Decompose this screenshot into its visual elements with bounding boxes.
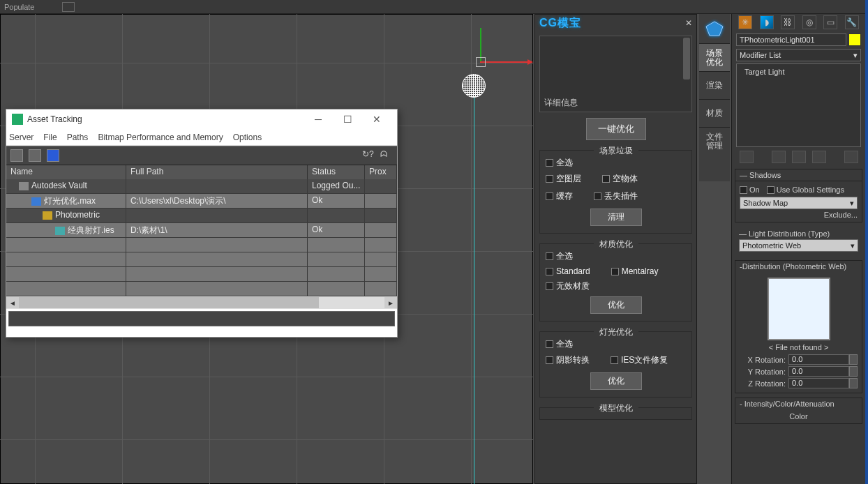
maximize-button[interactable]: ☐ bbox=[333, 112, 362, 127]
one-click-optimize-button[interactable]: 一键优化 bbox=[586, 118, 646, 140]
cg-logo: CG模宝 bbox=[539, 16, 581, 31]
mentalray-checkbox[interactable]: Mentalray bbox=[611, 266, 659, 276]
make-unique-icon[interactable] bbox=[792, 151, 806, 163]
tool-table-icon[interactable] bbox=[47, 149, 59, 162]
modify-tab-icon[interactable]: ◗ bbox=[760, 15, 774, 29]
cache-checkbox[interactable]: 缓存 bbox=[546, 190, 573, 202]
hierarchy-tab-icon[interactable]: ⛓ bbox=[781, 15, 795, 29]
select-all-checkbox[interactable]: 全选 bbox=[546, 157, 686, 169]
rollout-title[interactable]: - Intensity/Color/Attenuation bbox=[735, 398, 862, 409]
tab-scene-optimize[interactable]: 场景 优化 bbox=[699, 43, 730, 71]
shadow-convert-checkbox[interactable]: 阴影转换 bbox=[546, 354, 590, 366]
asset-tracking-menubar: Server File Paths Bitmap Performance and… bbox=[6, 129, 397, 146]
shadows-on-checkbox[interactable]: On bbox=[740, 186, 760, 194]
material-optimize-button[interactable]: 优化 bbox=[590, 296, 642, 314]
spinner-arrows-icon[interactable] bbox=[849, 378, 858, 388]
group-legend: 材质优化 bbox=[594, 239, 638, 250]
modifier-stack[interactable]: Target Light bbox=[736, 63, 861, 147]
group-legend: 模型优化 bbox=[594, 402, 638, 414]
stack-item[interactable]: Target Light bbox=[739, 66, 858, 77]
asset-tracking-window: Asset Tracking ─ ☐ ✕ Server File Paths B… bbox=[6, 109, 398, 338]
file-not-found-label[interactable]: < File not found > bbox=[740, 343, 858, 351]
scroll-thumb[interactable] bbox=[19, 297, 319, 308]
topbar-tool-icon[interactable] bbox=[62, 2, 75, 12]
menu-file[interactable]: File bbox=[43, 133, 57, 142]
photometric-light-icon[interactable] bbox=[462, 74, 486, 98]
horizontal-scrollbar[interactable]: ◄ ► bbox=[6, 296, 397, 309]
x-rotation-input[interactable]: 0.0 bbox=[788, 354, 849, 365]
use-global-checkbox[interactable]: Use Global Settings bbox=[767, 186, 844, 194]
row-name: 灯光优化.max bbox=[44, 196, 96, 206]
cg-info-box: 详细信息 bbox=[539, 36, 692, 112]
table-row[interactable]: 经典射灯.ies D:\素材\1\ Ok bbox=[6, 223, 397, 238]
row-name: Photometric bbox=[55, 210, 100, 220]
tab-render[interactable]: 渲染 bbox=[699, 71, 730, 99]
cg-close-button[interactable]: ✕ bbox=[685, 18, 692, 28]
motion-tab-icon[interactable]: ◎ bbox=[802, 15, 816, 29]
minimize-button[interactable]: ─ bbox=[304, 112, 333, 127]
empty-layers-checkbox[interactable]: 空图层 bbox=[546, 173, 581, 185]
shadow-type-dropdown[interactable]: Shadow Map▾ bbox=[740, 197, 858, 209]
modifier-list-dropdown[interactable]: Modifier List▾ bbox=[736, 49, 861, 61]
scroll-left-icon[interactable]: ◄ bbox=[6, 297, 19, 308]
standard-checkbox[interactable]: Standard bbox=[546, 266, 590, 276]
axis-gizmo-icon[interactable] bbox=[476, 57, 486, 67]
table-row[interactable]: Autodesk Vault Logged Ou... bbox=[6, 179, 397, 194]
pin-stack-icon[interactable] bbox=[740, 151, 754, 163]
rollout-title[interactable]: -Distribution (Photometric Web) bbox=[735, 261, 862, 272]
command-panel-tabs: ✳ ◗ ⛓ ◎ ▭ 🔧 bbox=[732, 14, 865, 31]
menu-server[interactable]: Server bbox=[9, 133, 33, 142]
distribution-rollout: -Distribution (Photometric Web) < File n… bbox=[735, 260, 862, 393]
asset-tracking-titlebar[interactable]: Asset Tracking ─ ☐ ✕ bbox=[6, 109, 397, 129]
spinner-arrows-icon[interactable] bbox=[849, 354, 858, 365]
menu-options[interactable]: Options bbox=[233, 133, 262, 142]
exclude-button[interactable]: Exclude... bbox=[824, 211, 858, 219]
spinner-arrows-icon[interactable] bbox=[849, 366, 858, 377]
display-tab-icon[interactable]: ▭ bbox=[823, 15, 837, 29]
object-color-swatch[interactable] bbox=[848, 33, 861, 46]
tool-help-icon[interactable]: ᗣ bbox=[380, 149, 393, 162]
select-all-checkbox[interactable]: 全选 bbox=[546, 338, 686, 350]
col-status[interactable]: Status bbox=[308, 165, 365, 179]
row-status bbox=[308, 209, 365, 222]
missing-plugins-checkbox[interactable]: 丢失插件 bbox=[594, 190, 638, 202]
web-preview[interactable] bbox=[768, 278, 830, 340]
table-row[interactable]: 灯光优化.max C:\Users\xl\Desktop\演示\ Ok bbox=[6, 194, 397, 209]
close-button[interactable]: ✕ bbox=[362, 112, 391, 127]
tab-material[interactable]: 材质 bbox=[699, 99, 730, 127]
dist-type-label: Light Distribution (Type) bbox=[749, 229, 830, 238]
gem-icon[interactable] bbox=[699, 14, 730, 43]
show-result-icon[interactable] bbox=[772, 151, 786, 163]
y-rotation-input[interactable]: 0.0 bbox=[788, 366, 849, 377]
row-path bbox=[126, 179, 308, 193]
col-prox[interactable]: Prox bbox=[365, 165, 397, 179]
invalid-material-checkbox[interactable]: 无效材质 bbox=[546, 280, 686, 292]
tool-refresh-icon[interactable]: ↻? bbox=[362, 149, 375, 162]
remove-modifier-icon[interactable] bbox=[812, 151, 826, 163]
menu-paths[interactable]: Paths bbox=[67, 133, 89, 142]
table-row[interactable]: Photometric bbox=[6, 209, 397, 223]
menu-bitmap[interactable]: Bitmap Performance and Memory bbox=[98, 133, 223, 142]
configure-sets-icon[interactable] bbox=[844, 151, 858, 163]
object-name-input[interactable] bbox=[736, 33, 846, 46]
z-rotation-input[interactable]: 0.0 bbox=[788, 378, 849, 388]
model-optimize-group: 模型优化 bbox=[539, 407, 692, 420]
light-optimize-button[interactable]: 优化 bbox=[590, 372, 642, 390]
cg-info-scrollbar[interactable] bbox=[683, 38, 690, 80]
rollout-title: Shadows bbox=[749, 171, 781, 179]
ies-repair-checkbox[interactable]: IES文件修复 bbox=[611, 354, 668, 366]
select-all-checkbox[interactable]: 全选 bbox=[546, 250, 686, 262]
scroll-right-icon[interactable]: ► bbox=[384, 297, 397, 308]
dist-type-dropdown[interactable]: Photometric Web▾ bbox=[739, 239, 858, 252]
tab-file-manage[interactable]: 文件 管理 bbox=[699, 127, 730, 155]
light-distribution-section: — Light Distribution (Type) Photometric … bbox=[735, 227, 862, 256]
tool-list-icon[interactable] bbox=[29, 149, 41, 162]
populate-label[interactable]: Populate bbox=[4, 3, 34, 11]
tool-tree-icon[interactable] bbox=[10, 149, 23, 162]
col-path[interactable]: Full Path bbox=[126, 165, 308, 179]
create-tab-icon[interactable]: ✳ bbox=[738, 15, 752, 29]
empty-objects-checkbox[interactable]: 空物体 bbox=[602, 173, 638, 185]
col-name[interactable]: Name bbox=[6, 165, 126, 179]
cleanup-button[interactable]: 清理 bbox=[590, 209, 642, 226]
utilities-tab-icon[interactable]: 🔧 bbox=[845, 15, 859, 29]
